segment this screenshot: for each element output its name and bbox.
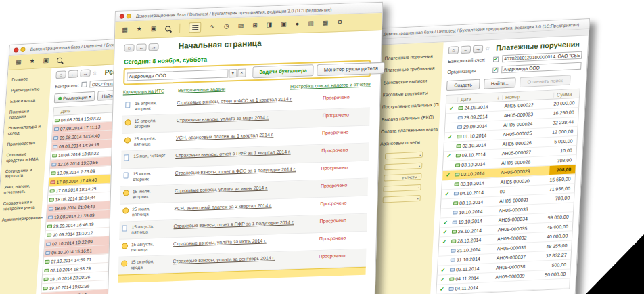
its-calendar-link[interactable]: Календарь на ИТС: [123, 89, 165, 95]
date-value: 18.08.2014 18:14:44: [55, 194, 96, 201]
employees-icon[interactable]: ●: [296, 21, 300, 27]
create-button[interactable]: Создать: [446, 79, 480, 91]
close-window-icon[interactable]: [14, 47, 18, 52]
sales-icon[interactable]: ⊞: [252, 22, 258, 28]
minimize-window-icon[interactable]: [20, 47, 25, 51]
history-icon[interactable]: ▣: [151, 26, 157, 32]
sidebar-item[interactable]: Администрирование: [2, 215, 40, 222]
sidebar-item[interactable]: Производство: [7, 140, 45, 147]
home-button[interactable]: ⌂: [55, 70, 66, 79]
document-icon: [458, 106, 463, 110]
home-button[interactable]: ⌂: [124, 44, 134, 52]
reports-icon[interactable]: ▥: [308, 20, 314, 26]
settings-gear-icon[interactable]: ⚙: [337, 20, 342, 26]
organization-input[interactable]: [501, 62, 582, 74]
task-link[interactable]: УСН, авансовый платеж за 1 квартал 2014 …: [176, 130, 322, 141]
task-link[interactable]: Страховые взносы, уплата за март 2014 г.: [177, 112, 323, 123]
column-sum[interactable]: Сумма: [553, 91, 579, 97]
document-icon: [453, 220, 457, 224]
bank-account-checkbox[interactable]: ✓: [493, 56, 499, 62]
sidebar-item[interactable]: Выдача наличных (РКО): [372, 114, 438, 123]
sidebar-dropdown[interactable]: е отчеты▪: [384, 173, 421, 182]
forward-button[interactable]: →: [80, 69, 91, 77]
sidebar-item[interactable]: Поступление наличных (ПКО): [373, 102, 439, 110]
sidebar-item[interactable]: Кассовые документы: [373, 90, 440, 98]
chevron-down-icon[interactable]: ▾: [229, 69, 237, 77]
sidebar-item[interactable]: Главное: [12, 75, 49, 83]
close-window-icon[interactable]: [120, 14, 124, 18]
completed-tasks-link[interactable]: Выполненные задачи: [178, 87, 225, 93]
paid-check-icon: ✓: [446, 105, 457, 112]
catalogs-icon[interactable]: ▦: [323, 20, 329, 26]
date-cell: 03.10.2014: [455, 151, 499, 158]
task-link[interactable]: Страховые взносы, отчет в ФСС за 1 полуг…: [175, 165, 321, 176]
task-link[interactable]: Страховые взносы, уплата за июль 2014 г.: [173, 236, 319, 247]
number-cell: АН05-000032: [495, 234, 546, 242]
manager-monitor-button[interactable]: Монитор руководителя: [317, 62, 386, 76]
search-icon[interactable]: [165, 26, 170, 31]
date-value: 04.10.2014: [460, 190, 484, 196]
tax-list-settings-link[interactable]: Настройка списка налогов и отчетов: [290, 81, 371, 89]
sidebar-dropdown[interactable]: ▪: [384, 163, 422, 171]
favorites-star-icon[interactable]: ★: [137, 26, 142, 33]
number-cell: АН05-000033: [496, 206, 547, 213]
nav-grid-icon[interactable]: ▦: [122, 26, 128, 33]
sidebar-dropdown[interactable]: ▪: [385, 152, 423, 160]
menu-button[interactable]: [189, 22, 201, 33]
home-button[interactable]: ⌂: [448, 46, 459, 54]
main-chart-icon[interactable]: ∿: [210, 24, 215, 30]
sidebar-item[interactable]: Номенклатура и склад: [8, 123, 46, 136]
nav-grid-icon[interactable]: ▦: [16, 59, 22, 66]
forward-button[interactable]: →: [473, 45, 484, 53]
organization-input[interactable]: [127, 69, 228, 81]
doc-type-filter-button[interactable]: Реализация ▾: [54, 91, 95, 103]
sidebar-item[interactable]: Банк и касса: [10, 97, 48, 104]
counterparty-checkbox[interactable]: [82, 82, 88, 87]
bank-account-input[interactable]: [502, 51, 582, 63]
clear-icon[interactable]: ×: [237, 68, 246, 77]
forward-button[interactable]: →: [148, 43, 158, 51]
task-link[interactable]: Страховые взносы, уплата за июнь 2014 г.: [175, 183, 321, 194]
task-link[interactable]: Страховые взносы, отчет в ПФР за 1 полуг…: [173, 218, 319, 229]
find-button[interactable]: Найти...: [484, 77, 517, 89]
favorite-star-icon[interactable]: ☆: [485, 45, 490, 51]
favorite-star-icon[interactable]: ☆: [92, 70, 97, 76]
chevron-icon: ▪: [417, 196, 419, 201]
organization-checkbox[interactable]: ✓: [492, 67, 498, 72]
production-icon[interactable]: ◨: [267, 22, 273, 28]
history-icon[interactable]: ▣: [43, 58, 49, 64]
manager-monitor-icon[interactable]: ◷: [224, 23, 229, 29]
back-button[interactable]: ←: [68, 70, 78, 78]
number-cell: АН05-000027: [499, 149, 551, 156]
sidebar-item[interactable]: Авансовые отчеты: [371, 139, 437, 147]
task-link[interactable]: УСН, авансовый платеж за 2 квартал 2014 …: [174, 201, 320, 211]
sidebar-item[interactable]: Оплата платежными картами: [371, 127, 438, 135]
sum-cell: 20 000,00: [553, 100, 578, 106]
sidebar-item[interactable]: Справочники и настройки учета: [3, 198, 41, 211]
column-number[interactable]: Номер: [502, 92, 553, 100]
sidebar-item[interactable]: Учет, налоги, отчетность: [3, 183, 41, 196]
sidebar-item[interactable]: Платежные поручения: [375, 53, 441, 61]
sidebar-dropdown[interactable]: ▪: [383, 184, 421, 192]
favorites-star-icon[interactable]: ★: [29, 58, 35, 64]
task-link[interactable]: Страховые взносы, отчет в ФСС за 1 кварт…: [177, 95, 323, 106]
document-icon: [450, 268, 455, 272]
sidebar-item[interactable]: Руководителю: [11, 86, 49, 93]
task-link[interactable]: Страховые взносы, отчет в ПФР за 1 кварт…: [175, 148, 321, 159]
minimize-window-icon[interactable]: [127, 14, 131, 18]
paid-check-icon: ✓: [440, 219, 451, 226]
bank-cash-icon[interactable]: ▤: [238, 23, 244, 29]
sidebar-dropdown[interactable]: ▪: [382, 195, 420, 203]
accountant-tasks-button[interactable]: Задачи бухгалтера: [252, 64, 314, 78]
sidebar-item[interactable]: Покупки и продажи: [9, 107, 47, 120]
sum-cell: 708,00: [548, 195, 574, 201]
sum-cell: 50 000,00: [544, 271, 570, 277]
task-link[interactable]: Страховые взносы, уплата за сентябрь 201…: [172, 253, 319, 264]
search-icon[interactable]: [57, 57, 63, 62]
back-button[interactable]: ←: [136, 43, 146, 51]
warehouse-icon[interactable]: ▣: [281, 22, 287, 28]
sidebar-item[interactable]: Основные средства и НМА: [6, 150, 44, 163]
sidebar-item[interactable]: Сотрудники и зарплата: [5, 167, 43, 180]
back-button[interactable]: ←: [461, 45, 472, 54]
sidebar-item[interactable]: Банковские выписки: [374, 78, 440, 86]
